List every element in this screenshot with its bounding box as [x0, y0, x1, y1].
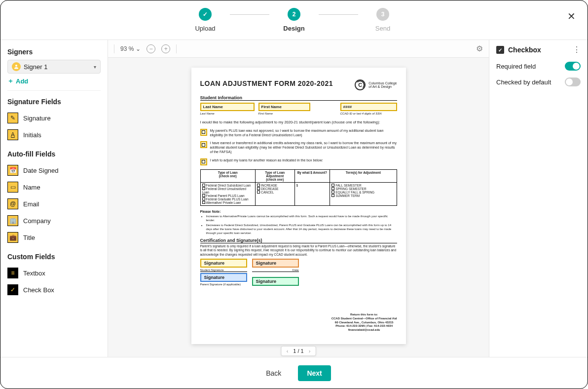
checked-default-toggle[interactable] [565, 78, 581, 86]
field-signature[interactable]: ✎ Signature [7, 110, 101, 126]
next-page-button[interactable]: › [309, 348, 311, 354]
field-label: Textbox [23, 270, 45, 277]
placed-textfield-lastname[interactable]: Last Name [200, 103, 255, 111]
zoom-out-button[interactable]: − [147, 44, 155, 53]
field-label: Title [23, 234, 35, 241]
step-upload[interactable]: ✓ Upload [181, 8, 230, 32]
field-textbox[interactable]: ≡ Textbox [7, 265, 101, 281]
field-caption: First Name [258, 112, 310, 115]
zoom-dropdown[interactable]: 93 % ⌄ [120, 45, 141, 52]
note-heading: Please Note: [200, 210, 397, 213]
checkbox-label: My parent's PLUS loan was not approved, … [210, 129, 397, 138]
doc-logo: C Columbus College of Art & Design [355, 79, 397, 90]
footer-bar: Back Next [0, 357, 588, 389]
sig-fields-heading: Signature Fields [7, 98, 101, 106]
field-email[interactable]: @ Email [7, 195, 101, 212]
calendar-icon: 📅 [7, 165, 18, 176]
note-item: Decreases to Federal Direct Subsidized, … [206, 223, 397, 235]
placed-signature-extra[interactable]: Signature [252, 277, 299, 286]
field-label: Name [23, 184, 40, 191]
add-signer-button[interactable]: ＋ Add [7, 77, 101, 91]
field-company[interactable]: 🏢 Company [7, 212, 101, 229]
canvas-panel: 93 % ⌄ − + ⚙ LOAN ADJUSTMENT FORM 2020-2… [108, 40, 489, 357]
step-number-icon: 2 [288, 8, 300, 21]
th: Type of Loan (check one) [200, 169, 255, 182]
field-title[interactable]: 💼 Title [7, 229, 101, 246]
sig-caption: Student Signature [200, 269, 247, 272]
main-area: Signers Signer 1 ▾ ＋ Add Signature Field… [0, 40, 588, 357]
page-indicator: 1 / 1 [293, 348, 303, 354]
sig-caption: Date [252, 269, 299, 272]
note-list: Increases to Alternative/Private Loans c… [200, 214, 397, 235]
logo-text: Columbus College of Art & Design [368, 81, 397, 88]
app-window: ✓ Upload 2 Design 3 Send ✕ Signers Signe… [0, 0, 588, 389]
td: $ [294, 182, 330, 205]
placed-textfield-firstname[interactable]: First Name [258, 103, 310, 111]
gear-icon[interactable]: ⚙ [476, 44, 483, 53]
placed-signature-student[interactable]: Signature [200, 259, 247, 268]
separator [114, 44, 114, 53]
required-toggle[interactable] [565, 62, 581, 71]
stepper: ✓ Upload 2 Design 3 Send [181, 8, 407, 32]
next-button[interactable]: Next [298, 365, 331, 381]
checked-default-label: Checked by default [496, 78, 551, 86]
zoom-in-button[interactable]: + [161, 44, 170, 53]
left-panel: Signers Signer 1 ▾ ＋ Add Signature Field… [0, 40, 108, 357]
td: FALL SEMESTER SPRING SEMESTER EQUALLY FA… [330, 182, 397, 205]
canvas-toolbar: 93 % ⌄ − + ⚙ [108, 40, 489, 58]
svg-point-0 [15, 65, 17, 67]
step-label: Send [375, 25, 390, 32]
field-label: Initials [23, 131, 41, 139]
page-navigator: ‹ 1 / 1 › [281, 346, 316, 356]
placed-signature-date[interactable]: Signature [252, 259, 299, 268]
field-label: Date Signed [23, 167, 59, 174]
document-page[interactable]: LOAN ADJUSTMENT FORM 2020-2021 C Columbu… [191, 68, 406, 344]
signer-dropdown[interactable]: Signer 1 ▾ [7, 60, 101, 74]
field-name[interactable]: ▭ Name [7, 179, 101, 195]
td: INCREASE DECREASE CANCEL [255, 182, 294, 205]
checkbox-label: I have earned or transferred in addition… [210, 141, 397, 154]
prev-page-button[interactable]: ‹ [287, 348, 289, 354]
cert-heading: Certification and Signature(s) [200, 238, 397, 243]
checkbox-icon: ✓ [7, 284, 18, 295]
auto-fields-heading: Auto-fill Fields [7, 150, 101, 158]
th: Term(s) for Adjustment [330, 169, 397, 182]
custom-fields-heading: Custom Fields [7, 253, 101, 261]
step-design[interactable]: 2 Design [269, 8, 319, 32]
signer-name: Signer 1 [24, 63, 94, 71]
back-button[interactable]: Back [257, 365, 290, 381]
loan-adjustment-table: Type of Loan (check one) Type of Loan Ad… [200, 169, 397, 206]
checkbox-icon: ✓ [496, 46, 504, 54]
textbox-icon: ≡ [7, 268, 18, 278]
note-item: Increases to Alternative/Private Loans c… [206, 214, 397, 222]
sig-caption: Parent Signature (if applicable) [200, 283, 247, 286]
step-label: Upload [195, 25, 215, 32]
document-viewport[interactable]: LOAN ADJUSTMENT FORM 2020-2021 C Columbu… [108, 58, 489, 357]
td: Federal Direct Subsidized Loan Federal D… [200, 182, 255, 205]
person-icon [12, 62, 21, 71]
initials-icon: A [7, 129, 18, 140]
step-label: Design [283, 25, 304, 32]
plus-icon: ＋ [7, 77, 14, 85]
field-date-signed[interactable]: 📅 Date Signed [7, 162, 101, 179]
placed-textfield-ssn[interactable]: #### [340, 103, 397, 111]
field-initials[interactable]: A Initials [7, 126, 101, 143]
id-icon: ▭ [7, 182, 18, 193]
field-label: Signature [23, 115, 51, 122]
placed-signature-parent[interactable]: Signature [200, 273, 247, 282]
right-panel: ✓ Checkbox ⋮ Required field Checked by d… [489, 40, 588, 357]
close-icon[interactable]: ✕ [567, 10, 576, 22]
placed-checkbox-1[interactable] [200, 129, 207, 136]
cert-body: Parent's signature is only required if a… [200, 244, 397, 257]
placed-checkbox-2[interactable] [200, 141, 207, 148]
placed-checkbox-3[interactable] [200, 158, 207, 165]
step-number-icon: 3 [376, 8, 389, 21]
pen-icon: ✎ [7, 113, 18, 123]
more-menu-icon[interactable]: ⋮ [573, 46, 581, 54]
th: Type of Loan Adjustment (check one) [255, 169, 294, 182]
field-checkbox[interactable]: ✓ Check Box [7, 281, 101, 298]
step-send[interactable]: 3 Send [358, 8, 407, 32]
doc-section-heading: Student Information [200, 95, 397, 101]
chevron-down-icon: ▾ [94, 64, 96, 70]
field-caption: Last Name [200, 112, 255, 115]
